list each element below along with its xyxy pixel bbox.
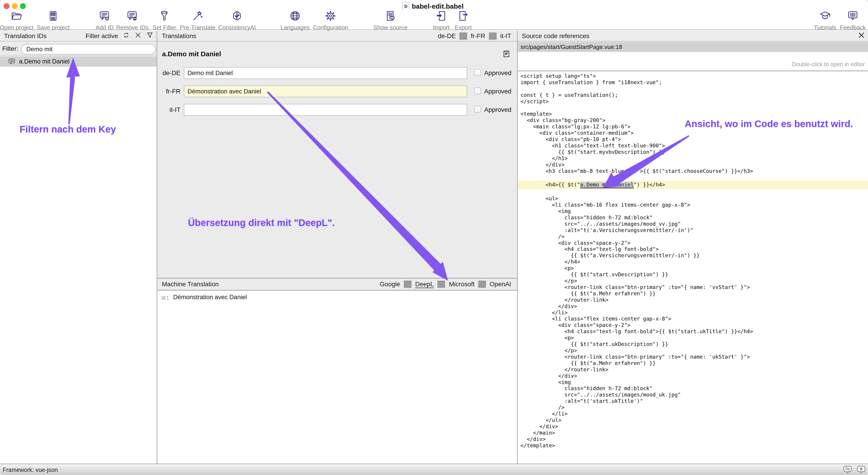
framework-status: Framework: vue-json bbox=[3, 466, 58, 473]
filter-settings-icon[interactable] bbox=[146, 32, 153, 40]
code-line: <div class="space-y-2"> bbox=[518, 322, 868, 329]
toolbar-label: Pre-Translate bbox=[180, 24, 216, 31]
code-line: <template> bbox=[518, 111, 868, 117]
translation-input-fr-FR[interactable] bbox=[184, 86, 467, 97]
lang-label-fr-FR: fr-FR bbox=[157, 88, 181, 95]
app-window: b babel-edit.babel Open project Save pro… bbox=[0, 0, 868, 475]
close-window-button[interactable] bbox=[4, 3, 9, 9]
tab-fr-FR[interactable]: fr-FR bbox=[467, 32, 489, 40]
tab-it-IT[interactable]: it-IT bbox=[497, 32, 515, 40]
code-line: <script setup lang="ts"> bbox=[518, 73, 868, 79]
minimize-window-button[interactable] bbox=[12, 3, 18, 9]
consistency-ai-button[interactable]: ConsistencyAI bbox=[211, 10, 263, 31]
rate-app-icon[interactable] bbox=[856, 465, 866, 475]
filter-row: Filter: bbox=[0, 42, 157, 56]
configuration-button[interactable]: Configuration bbox=[304, 10, 356, 31]
tab-de-DE[interactable]: de-DE bbox=[434, 32, 459, 40]
code-line: <img bbox=[518, 379, 868, 386]
code-line: <p> bbox=[518, 335, 868, 341]
code-line: </main> bbox=[518, 430, 868, 436]
code-line: <h4 class="text-lg font-bold"> bbox=[518, 246, 868, 252]
annotation-filter-note: Filtern nach dem Key bbox=[20, 124, 116, 135]
code-block: <script setup lang="ts">import { useTran… bbox=[518, 71, 868, 464]
filter-input[interactable] bbox=[21, 44, 156, 55]
source-references-header: Source code references bbox=[518, 31, 868, 41]
code-line bbox=[518, 189, 868, 196]
mt-providers: Google DeepL Microsoft OpenAI bbox=[376, 278, 515, 290]
code-line: :alt="t('a.Versicherungsvermittler/-in')… bbox=[518, 227, 868, 234]
entry-heading: a.Demo mit Daniel bbox=[162, 50, 221, 58]
highlighted-translation-key[interactable]: a.Demo mit Daniel bbox=[580, 182, 633, 188]
code-line: </li> bbox=[518, 310, 868, 316]
code-line: const { t } = useTranslation(); bbox=[518, 92, 868, 98]
document-eye-icon bbox=[384, 10, 396, 23]
lang-label-de-DE: de-DE bbox=[157, 69, 181, 77]
code-line: </p> bbox=[518, 278, 868, 284]
save-project-button[interactable]: Save project bbox=[27, 10, 79, 31]
provider-google[interactable]: Google bbox=[376, 281, 404, 288]
source-references-title: Source code references bbox=[522, 32, 589, 40]
code-line: <ul> bbox=[518, 196, 868, 202]
code-line: {{ $t("a.Mehr erfahren") }} bbox=[518, 360, 868, 367]
code-line: class="hidden h-72 md:block" bbox=[518, 214, 868, 221]
status-bar: Framework: vue-json bbox=[0, 464, 868, 475]
feedback-button[interactable]: Feedback bbox=[827, 10, 868, 31]
window-title-group: b babel-edit.babel bbox=[402, 2, 464, 11]
approved-checkbox-it-IT[interactable] bbox=[474, 106, 481, 113]
provider-openai[interactable]: OpenAI bbox=[486, 281, 515, 288]
code-line: {{ $t("start.myvbvDescription") }} bbox=[518, 149, 868, 156]
translation-id-label: a.Demo mit Daniel bbox=[19, 58, 69, 65]
provider-deepl[interactable]: DeepL bbox=[411, 281, 438, 288]
provider-microsoft[interactable]: Microsoft bbox=[445, 281, 478, 288]
export-icon bbox=[457, 10, 469, 23]
approved-label-it-IT: Approved bbox=[484, 106, 512, 113]
bubble-minus-icon bbox=[126, 10, 138, 23]
approved-checkbox-fr-FR[interactable] bbox=[474, 88, 481, 94]
toolbar-label: Save project bbox=[37, 24, 70, 31]
window-title: babel-edit.babel bbox=[412, 2, 464, 10]
translation-input-it-IT[interactable] bbox=[184, 104, 467, 116]
show-source-button[interactable]: Show source bbox=[364, 10, 416, 31]
mt-suggestion-row[interactable]: ⌘1 Démonstration avec Daniel bbox=[157, 293, 517, 303]
comment-bubble-icon bbox=[8, 58, 16, 65]
code-line: <div class="space-y-2"> bbox=[518, 240, 868, 246]
code-line bbox=[518, 174, 868, 181]
code-line: </h4> bbox=[518, 259, 868, 265]
code-line: class="hidden h-72 md:block" bbox=[518, 385, 868, 392]
code-line: </script> bbox=[518, 98, 868, 105]
code-line: import { useTranslation } from "i18next-… bbox=[518, 79, 868, 86]
annotation-source-note: Ansicht, wo im Code es benutzt wird. bbox=[685, 118, 853, 129]
toolbar-label: Configuration bbox=[313, 24, 348, 31]
translations-header: Translations de-DE fr-FR it-IT bbox=[157, 31, 517, 41]
code-line-highlighted: <h4>{{ $t("a.Demo mit Daniel") }}</h4> bbox=[518, 180, 868, 189]
babel-document-icon: b bbox=[402, 2, 409, 11]
zoom-window-button[interactable] bbox=[20, 3, 26, 9]
close-panel-icon[interactable] bbox=[858, 31, 865, 41]
code-line: <router-link class="btn-primary" :to="{ … bbox=[518, 284, 868, 291]
translation-id-list-item[interactable]: a.Demo mit Daniel bbox=[0, 56, 157, 67]
code-line: {{ $t("a.Versicherungsvermittler/-in") }… bbox=[518, 252, 868, 259]
refresh-filter-icon[interactable] bbox=[123, 32, 130, 40]
brain-check-icon bbox=[231, 10, 243, 23]
export-button[interactable]: Export bbox=[437, 10, 489, 31]
source-file-reference[interactable]: src/pages/start/GuestStartPage.vue:18 bbox=[518, 42, 868, 52]
toolbar-label: Show source bbox=[373, 24, 407, 31]
clear-filter-icon[interactable] bbox=[134, 32, 142, 40]
machine-translation-body: ⌘1 Démonstration avec Daniel bbox=[157, 291, 517, 464]
notepad-icon[interactable] bbox=[502, 49, 511, 59]
translation-row-it-IT: it-IT Approved bbox=[157, 104, 517, 116]
code-line: <router-link class="btn-primary" :to="{ … bbox=[518, 354, 868, 360]
translation-memory-icon[interactable] bbox=[843, 465, 852, 475]
code-line: </div> bbox=[518, 373, 868, 379]
code-line: {{ $t("start.vvDescription") }} bbox=[518, 272, 868, 278]
filter-label: Filter: bbox=[2, 45, 18, 53]
code-line: <h4 class="text-lg font-bold">{{ $t("sta… bbox=[518, 329, 868, 335]
translation-ids-title: Translation IDs bbox=[4, 32, 46, 40]
approved-label-de-DE: Approved bbox=[484, 69, 512, 77]
toolbar-label: Feedback bbox=[840, 24, 866, 31]
code-line: </h1> bbox=[518, 156, 868, 162]
translation-input-de-DE[interactable] bbox=[184, 67, 467, 79]
code-line: {{ $t("start.ukDescription") }} bbox=[518, 341, 868, 347]
code-line bbox=[518, 105, 868, 111]
approved-checkbox-de-DE[interactable] bbox=[474, 69, 481, 76]
